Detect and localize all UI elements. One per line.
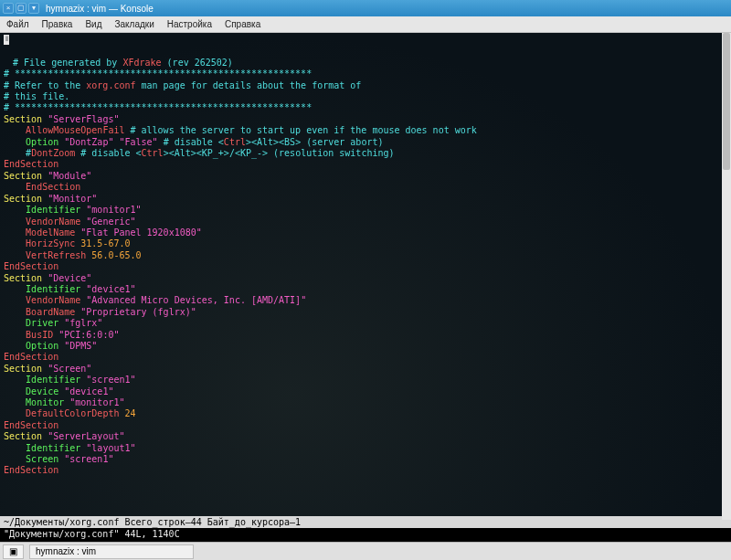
code-line: Screen "screen1": [4, 454, 727, 465]
menu-help[interactable]: Справка: [218, 19, 267, 29]
window-title: hymnazix : vim — Konsole: [42, 4, 154, 14]
minimize-icon[interactable]: ▾: [28, 3, 39, 14]
code-line: Device "device1": [4, 386, 727, 397]
code-line: Driver "fglrx": [4, 318, 727, 329]
code-line: EndSection: [4, 352, 727, 363]
code-line: # this file.: [4, 91, 727, 102]
taskbar: ▣ hymnazix : vim: [0, 542, 731, 560]
code-line: EndSection: [4, 465, 727, 476]
code-line: EndSection: [4, 182, 727, 193]
scrollbar-thumb[interactable]: [723, 33, 730, 170]
window-titlebar: × ▢ ▾ hymnazix : vim — Konsole: [0, 0, 731, 16]
code-line: Identifier "monitor1": [4, 205, 727, 216]
line-ruler-icon: ⦀: [4, 35, 9, 45]
code-line: # Refer to the xorg.conf man page for de…: [4, 80, 727, 91]
code-line: # **************************************…: [4, 102, 727, 113]
code-line: Option "DontZap" "False" # disable <Ctrl…: [4, 137, 727, 148]
code-line: Identifier "layout1": [4, 443, 727, 454]
taskbar-launcher-button[interactable]: ▣: [3, 544, 24, 559]
menu-view[interactable]: Вид: [79, 19, 108, 29]
code-line: Section "ServerLayout": [4, 431, 727, 442]
code-line: # File generated by XFdrake (rev 262502): [4, 58, 727, 69]
vim-messageline: "Документы/xorg.conf" 44L, 1140C: [0, 528, 731, 540]
code-line: VendorName "Advanced Micro Devices, Inc.…: [4, 295, 727, 306]
code-line: EndSection: [4, 159, 727, 170]
code-line: Section "Monitor": [4, 194, 727, 205]
code-line: EndSection: [4, 261, 727, 272]
code-line: Section "ServerFlags": [4, 114, 727, 125]
menu-file[interactable]: Файл: [0, 19, 36, 29]
code-line: Section "Module": [4, 171, 727, 182]
menu-settings[interactable]: Настройка: [161, 19, 218, 29]
close-icon[interactable]: ×: [3, 3, 14, 14]
code-line: # **************************************…: [4, 69, 727, 79]
taskbar-window-tab[interactable]: hymnazix : vim: [29, 544, 194, 559]
code-line: VertRefresh 56.0-65.0: [4, 250, 727, 261]
menubar: Файл Правка Вид Закладки Настройка Справ…: [0, 16, 731, 33]
code-line: HorizSync 31.5-67.0: [4, 238, 727, 249]
maximize-icon[interactable]: ▢: [16, 3, 26, 14]
code-line: AllowMouseOpenFail # allows the server t…: [4, 125, 727, 136]
code-line: Identifier "device1": [4, 284, 727, 295]
vim-statusline: ~/Документы/xorg.conf Всего_строк—44 Бай…: [0, 516, 731, 528]
editor-viewport[interactable]: ⦀ # File generated by XFdrake (rev 26250…: [0, 33, 731, 516]
code-line: ModelName "Flat Panel 1920x1080": [4, 227, 727, 238]
code-line: EndSection: [4, 420, 727, 431]
code-line: BusID "PCI:6:0:0": [4, 330, 727, 341]
code-line: VendorName "Generic": [4, 217, 727, 227]
scrollbar-vertical[interactable]: [722, 33, 731, 520]
code-line: DefaultColorDepth 24: [4, 408, 727, 419]
code-line: Section "Device": [4, 273, 727, 284]
code-line: Section "Screen": [4, 364, 727, 375]
code-line: Identifier "screen1": [4, 375, 727, 386]
code-line: BoardName "Proprietary (fglrx)": [4, 307, 727, 318]
code-line: Monitor "monitor1": [4, 397, 727, 408]
code-line: #DontZoom # disable <Ctrl><Alt><KP_+>/<K…: [4, 148, 727, 159]
menu-bookmarks[interactable]: Закладки: [108, 19, 160, 29]
code-line: Option "DPMS": [4, 341, 727, 352]
menu-edit[interactable]: Правка: [36, 19, 79, 29]
